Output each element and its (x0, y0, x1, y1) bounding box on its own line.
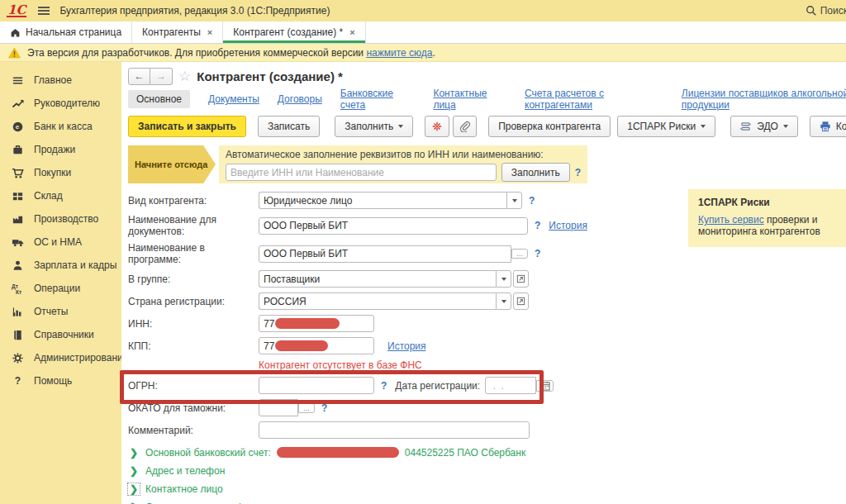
nav-contact-persons[interactable]: Контактные лица (433, 88, 506, 111)
nav-settlement-accounts[interactable]: Счета расчетов с контрагентами (525, 88, 663, 111)
help-question-link[interactable]: ? (381, 380, 387, 392)
nav-osnovnoe[interactable]: Основное (128, 90, 190, 108)
section-additional-info[interactable]: ❯ Дополнительная информация (128, 498, 846, 504)
save-close-button[interactable]: Записать и закрыть (128, 116, 246, 137)
ellipsis-button[interactable]: ... (511, 249, 528, 259)
kind-input[interactable] (259, 192, 506, 209)
sidebar-item-label: Руководителю (34, 97, 100, 109)
nav-dokumenty[interactable]: Документы (208, 93, 259, 105)
reg-date-input[interactable] (485, 377, 536, 394)
ogrn-label: ОГРН: (128, 380, 259, 392)
calendar-button[interactable] (536, 380, 554, 392)
form-nav: Основное Документы Договоры Банковские с… (128, 88, 846, 110)
chevron-down-icon[interactable] (496, 292, 511, 310)
sidebar-item-prodazhi[interactable]: Продажи (0, 138, 121, 161)
spark-risks-dropdown-button[interactable]: 1СПАРК Риски (617, 116, 715, 137)
chevron-down-icon[interactable] (506, 192, 522, 209)
open-item-button[interactable] (513, 292, 529, 310)
kpp-value: 77 (264, 340, 274, 352)
save-button[interactable]: Записать (258, 116, 320, 137)
chevron-right-icon: ❯ (128, 483, 140, 495)
open-item-button[interactable] (513, 270, 529, 288)
nav-bank-accounts[interactable]: Банковские счета (340, 88, 416, 111)
tab-home[interactable]: Начальная страница (0, 21, 132, 43)
sidebar-item-operacii[interactable]: ДтКт Операции (0, 277, 121, 300)
tab-close-icon[interactable]: × (349, 27, 354, 37)
paperclip-icon (459, 121, 470, 132)
inn-label: ИНН: (128, 318, 259, 330)
printer-icon (820, 121, 831, 132)
tab-kontragenty[interactable]: Контрагенты × (132, 21, 223, 43)
dev-version-warning: Эта версия для разработчиков. Для приобр… (0, 44, 846, 62)
ellipsis-button[interactable]: ... (298, 403, 315, 413)
main-menu-icon[interactable] (38, 5, 50, 17)
sidebar-item-rukovoditelyu[interactable]: Руководителю (0, 92, 121, 115)
global-search[interactable]: Поиск C (806, 0, 846, 21)
section-address-phone[interactable]: ❯ Адрес и телефон (128, 462, 846, 479)
tab-kontragent-create[interactable]: Контрагент (создание) * × (223, 21, 365, 43)
envelope-button[interactable]: Конверт (810, 116, 846, 137)
help-question-link[interactable]: ? (575, 167, 581, 178)
sidebar-item-pomosch[interactable]: ? Помощь (0, 369, 121, 392)
nav-alcohol-licenses[interactable]: Лицензии поставщиков алкогольной продукц… (682, 88, 846, 111)
sidebar-item-zarplata-kadry[interactable]: Зарплата и кадры (0, 254, 121, 277)
chevron-down-icon[interactable] (496, 270, 511, 288)
autofill-button[interactable]: Заполнить (501, 163, 570, 182)
kind-combo[interactable] (259, 192, 522, 209)
group-input[interactable] (259, 270, 496, 288)
sidebar-item-os-nma[interactable]: ОС и НМА (0, 231, 121, 254)
sidebar-item-sklad[interactable]: Склад (0, 184, 121, 207)
name-docs-input[interactable] (259, 217, 528, 235)
sidebar-item-glavnoe[interactable]: Главное (0, 69, 121, 92)
sidebar-item-administrirovanie[interactable]: Администрирование (0, 346, 121, 369)
inn-input[interactable]: 77 (259, 315, 374, 332)
edo-dropdown-button[interactable]: ЭДО (730, 116, 798, 137)
sidebar-item-proizvodstvo[interactable]: Производство (0, 207, 121, 231)
buy-license-link[interactable]: нажмите сюда (366, 47, 432, 59)
sidebar-item-otchety[interactable]: Отчеты (0, 300, 121, 323)
chevron-right-icon: ❯ (128, 447, 140, 459)
group-label: В группе: (128, 273, 259, 285)
check-counterparty-button[interactable]: Проверка контрагента (488, 116, 611, 137)
tab-close-icon[interactable]: × (207, 27, 212, 37)
attachments-button[interactable] (453, 116, 477, 137)
nav-dogovory[interactable]: Договоры (278, 93, 322, 105)
home-icon (10, 27, 21, 38)
inn-name-search-input[interactable] (226, 164, 497, 181)
fill-dropdown-button[interactable]: Заполнить (335, 116, 413, 137)
sidebar-item-pokupki[interactable]: Покупки (0, 161, 121, 184)
kpp-input[interactable]: 77 (259, 337, 374, 354)
back-button[interactable]: ← (128, 68, 150, 85)
section-main-bank-account[interactable]: ❯ Основной банковский счет: 044525225 ПА… (128, 444, 846, 461)
autofill-label: Автоматическое заполнение реквизитов по … (226, 149, 581, 160)
sidebar-item-label: Операции (34, 283, 80, 294)
sidebar-item-bank-kassa[interactable]: е Банк и касса (0, 115, 121, 138)
help-question-link[interactable]: ? (321, 402, 327, 414)
help-question-link[interactable]: ? (529, 195, 535, 207)
help-question-link[interactable]: ? (535, 220, 540, 231)
section-contact-person[interactable]: ❯ Контактное лицо (128, 480, 846, 497)
truck-icon (11, 236, 25, 248)
person-icon (11, 259, 25, 272)
okato-input[interactable] (259, 399, 298, 416)
name-docs-label: Наименование для документов: (128, 214, 259, 237)
window-title-bar: 1С Бухгалтерия предприятия, редакция 3.0… (0, 0, 846, 21)
help-question-link[interactable]: ? (535, 248, 540, 259)
chevron-right-icon: ❯ (128, 465, 140, 477)
name-history-link[interactable]: История (549, 220, 587, 231)
spark-check-button[interactable] (425, 116, 449, 137)
sidebar-item-spravochniki[interactable]: Справочники (0, 323, 121, 346)
inn-value: 77 (264, 318, 274, 330)
name-prog-input[interactable] (259, 245, 511, 263)
kpp-history-link[interactable]: История (387, 340, 426, 352)
ogrn-input[interactable] (259, 377, 374, 394)
forward-button[interactable]: → (150, 68, 173, 85)
favorite-star-icon[interactable]: ☆ (178, 68, 191, 85)
name-prog-label: Наименование в программе: (128, 242, 259, 265)
group-combo[interactable] (259, 270, 511, 288)
comment-input[interactable] (259, 421, 530, 439)
country-input[interactable] (259, 292, 496, 310)
country-combo[interactable] (259, 292, 511, 310)
sidebar-item-label: Помощь (34, 375, 72, 387)
buy-service-link[interactable]: Купить сервис (698, 214, 764, 226)
